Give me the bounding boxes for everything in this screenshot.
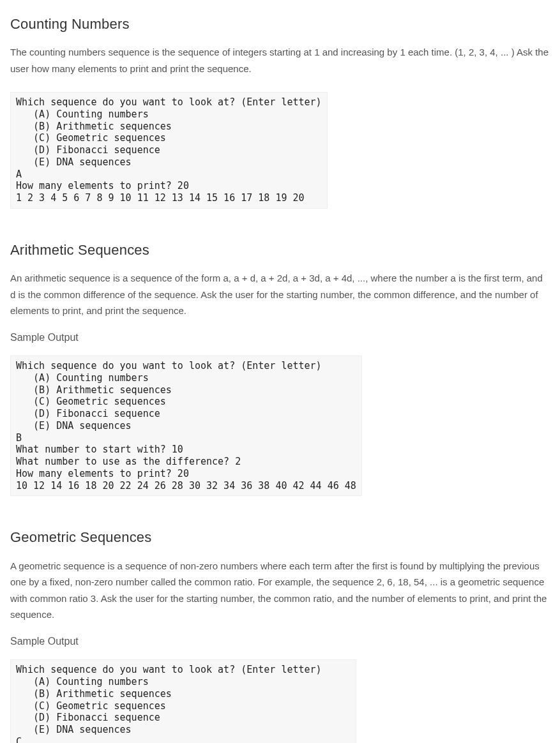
- geometric-sample-label: Sample Output: [10, 633, 550, 650]
- geometric-code-block: Which sequence do you want to look at? (…: [10, 659, 356, 743]
- arithmetic-description: An arithmetic sequence is a sequence of …: [10, 270, 550, 319]
- arithmetic-code-block: Which sequence do you want to look at? (…: [10, 356, 362, 496]
- counting-description: The counting numbers sequence is the seq…: [10, 44, 550, 77]
- counting-heading: Counting Numbers: [10, 13, 550, 35]
- counting-code-block: Which sequence do you want to look at? (…: [10, 92, 328, 209]
- arithmetic-heading: Arithmetic Sequences: [10, 239, 550, 261]
- geometric-heading: Geometric Sequences: [10, 526, 550, 548]
- arithmetic-sample-label: Sample Output: [10, 329, 550, 346]
- geometric-description: A geometric sequence is a sequence of no…: [10, 558, 550, 623]
